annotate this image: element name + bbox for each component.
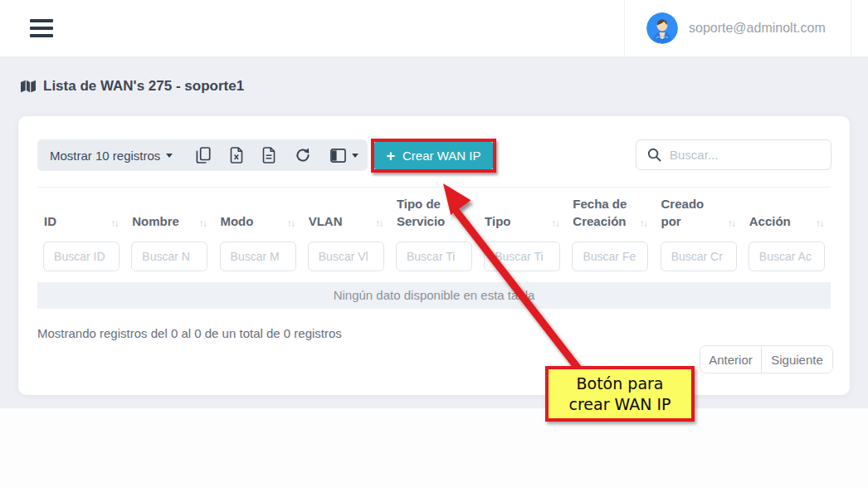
export-file-icon[interactable] [262, 147, 276, 163]
sort-icon[interactable]: ↑↓ [816, 218, 823, 228]
filter-input-id[interactable] [43, 242, 119, 271]
annotation-label: Botón para crear WAN IP [545, 366, 695, 422]
sort-icon[interactable]: ↑↓ [199, 218, 207, 228]
columns-icon [330, 149, 346, 163]
plus-icon: + [387, 149, 396, 163]
table-header-row: ID ↑↓ Nombre ↑↓ Modo ↑↓ VLAN ↑↓ Tipo de … [37, 188, 831, 238]
user-avatar [646, 12, 678, 44]
page-title: Lista de WAN's 275 - soporte1 [43, 78, 244, 95]
create-wan-ip-button[interactable]: + Crear WAN IP [374, 142, 493, 169]
column-header-accion[interactable]: Acción ↑↓ [743, 188, 831, 238]
refresh-icon[interactable] [295, 147, 311, 163]
column-header-creado-por[interactable]: Creado por ↑↓ [655, 188, 743, 238]
map-icon [20, 79, 37, 94]
column-visibility-dropdown[interactable] [330, 149, 358, 163]
filter-input-tipo-de-servicio[interactable] [396, 242, 472, 271]
sort-icon[interactable]: ↑↓ [375, 218, 383, 228]
user-menu[interactable]: soporte@adminolt.com [624, 0, 851, 56]
annotation-highlight-box: + Crear WAN IP [371, 139, 496, 173]
sort-icon[interactable]: ↑↓ [728, 218, 735, 228]
page-title-row: Lista de WAN's 275 - soporte1 [20, 78, 244, 95]
table-filter-row [37, 242, 831, 273]
sort-icon[interactable]: ↑↓ [552, 218, 559, 228]
chevron-down-icon [166, 154, 173, 158]
filter-input-nombre[interactable] [131, 242, 207, 271]
column-header-vlan[interactable]: VLAN ↑↓ [302, 188, 390, 238]
column-header-id[interactable]: ID ↑↓ [37, 188, 125, 238]
table-search [636, 139, 831, 170]
wan-list-page: soporte@adminolt.com Lista de WAN's 275 … [0, 0, 868, 488]
sort-icon[interactable]: ↑↓ [464, 218, 471, 228]
filter-input-creado-por[interactable] [661, 242, 737, 271]
search-input[interactable] [670, 148, 831, 162]
export-excel-icon[interactable] [230, 147, 243, 163]
filter-input-fecha[interactable] [572, 242, 648, 271]
sort-icon[interactable]: ↑↓ [287, 218, 295, 228]
top-navbar: soporte@adminolt.com [0, 0, 868, 56]
menu-toggle-icon[interactable] [30, 19, 53, 37]
pagination: Anterior Siguiente [700, 345, 833, 373]
table-toolbar: Mostrar 10 registros [37, 139, 368, 171]
filter-input-tipo[interactable] [484, 242, 560, 271]
filter-input-vlan[interactable] [308, 242, 384, 271]
table-empty-message: Ningún dato disponible en esta tabla [37, 282, 831, 309]
copy-icon[interactable] [196, 147, 211, 163]
next-page-button[interactable]: Siguiente [762, 346, 832, 373]
column-header-tipo[interactable]: Tipo ↑↓ [478, 188, 566, 238]
column-header-tipo-de-servicio[interactable]: Tipo de Servicio ↑↓ [390, 188, 478, 238]
column-header-fecha-de-creacion[interactable]: Fecha de Creación ↑↓ [566, 188, 654, 238]
wan-table-card: Mostrar 10 registros [18, 116, 850, 395]
sort-icon[interactable]: ↑↓ [640, 218, 647, 228]
sort-icon[interactable]: ↑↓ [111, 218, 119, 228]
previous-page-button[interactable]: Anterior [700, 346, 762, 373]
page-length-label: Mostrar 10 registros [50, 149, 160, 163]
table-info-text: Mostrando registros del 0 al 0 de un tot… [37, 326, 342, 340]
page-length-dropdown[interactable]: Mostrar 10 registros [50, 149, 173, 163]
column-header-modo[interactable]: Modo ↑↓ [213, 188, 301, 238]
user-email: soporte@adminolt.com [689, 21, 826, 36]
filter-input-accion[interactable] [749, 242, 825, 271]
column-header-nombre[interactable]: Nombre ↑↓ [125, 188, 213, 238]
chevron-down-icon [352, 154, 358, 158]
filter-input-modo[interactable] [220, 242, 296, 271]
search-icon [647, 148, 661, 162]
